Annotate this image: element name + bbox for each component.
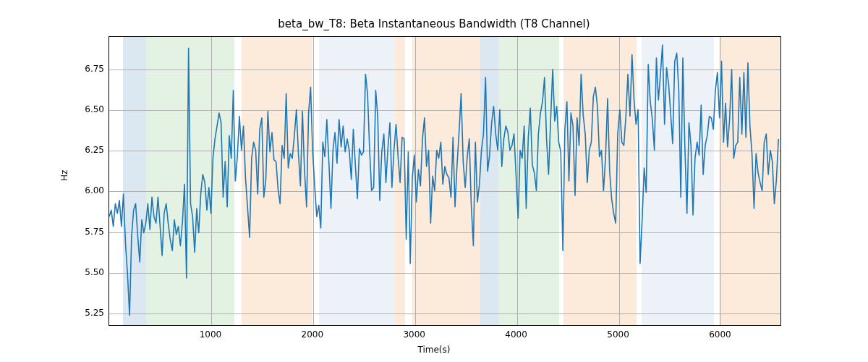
y-tick-label: 6.00 xyxy=(78,185,104,195)
x-tick-label: 1000 xyxy=(196,329,225,340)
chart-title: beta_bw_T8: Beta Instantaneous Bandwidth… xyxy=(0,17,868,30)
y-tick-label: 5.50 xyxy=(78,267,104,277)
y-tick-label: 5.25 xyxy=(78,308,104,318)
x-tick-label: 6000 xyxy=(705,329,734,340)
figure: beta_bw_T8: Beta Instantaneous Bandwidth… xyxy=(0,0,868,362)
x-tick-label: 3000 xyxy=(400,329,429,340)
y-tick-label: 5.75 xyxy=(78,227,104,237)
plot-svg xyxy=(109,37,780,325)
plot-axes xyxy=(109,36,781,326)
x-tick-label: 5000 xyxy=(604,329,633,340)
series-line xyxy=(109,45,778,315)
y-tick-label: 6.50 xyxy=(78,104,104,114)
x-axis-label: Time(s) xyxy=(0,345,868,355)
x-tick-label: 4000 xyxy=(502,329,531,340)
y-tick-label: 6.75 xyxy=(78,64,104,74)
y-tick-label: 6.25 xyxy=(78,145,104,155)
x-tick-label: 2000 xyxy=(298,329,327,340)
